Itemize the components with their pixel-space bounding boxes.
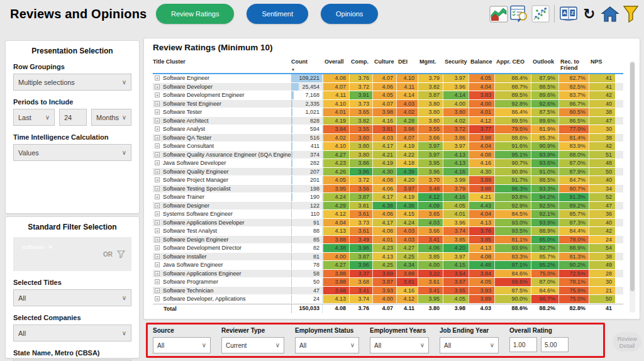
column-header-title[interactable]: Title Cluster [153,57,291,73]
table-row[interactable]: +Software QA Tester5164.023.604.034.073.… [153,134,623,143]
column-header-culture[interactable]: Culture [372,57,396,73]
expand-plus-icon[interactable]: + [155,101,160,106]
table-row[interactable]: +Software Programmer503.883.683.873.813.… [153,278,623,287]
table-row[interactable]: +Software Project Manager2014.053.724.08… [153,176,623,185]
expand-plus-icon[interactable]: + [155,160,160,165]
close-icon[interactable]: ✕ [48,244,53,250]
period-number-input[interactable]: 24 [59,109,87,126]
expand-plus-icon[interactable]: + [155,245,160,250]
table-row[interactable]: +Software Applications Developer914.043.… [153,219,623,228]
table-row[interactable]: +Software Quality Assurance Engineer (SQ… [153,151,623,160]
expand-plus-icon[interactable]: + [155,84,160,89]
expand-plus-icon[interactable]: + [155,75,160,81]
column-header-dei[interactable]: DEI [396,57,418,73]
table-row[interactable]: +Software Quality Engineer2074.263.964.3… [153,168,623,177]
count-cell: 50 [291,278,323,286]
table-row[interactable]: +Software Designer1224.293.814.384.384.0… [153,202,623,211]
column-header-overall[interactable]: Overall [323,57,349,73]
expand-plus-icon[interactable]: + [155,203,160,208]
scatter-plot-icon[interactable] [531,4,550,23]
table-row[interactable]: +Systems Software Engineer1104.123.614.0… [153,210,623,219]
expand-plus-icon[interactable]: + [155,118,160,123]
table-row[interactable]: +Software Testing Specialist1983.953.564… [153,185,623,194]
scrollbar-thumb[interactable] [630,62,635,291]
column-header-nps[interactable]: NPS [589,57,615,73]
home-icon[interactable] [601,4,619,23]
filter-funnel-outline-icon[interactable] [117,250,125,261]
column-header-outlook[interactable]: Outlook [531,57,558,73]
filter-field-select[interactable]: All∨ [440,337,499,353]
time-intel-select[interactable]: Values ∨ [13,144,131,161]
refresh-icon[interactable]: ↻ [580,4,599,23]
expand-plus-icon[interactable]: + [155,296,160,301]
expand-plus-icon[interactable]: + [155,194,160,199]
expand-plus-icon[interactable]: + [155,169,160,174]
nav-button-review-ratings[interactable]: Review Ratings [156,4,234,24]
expand-plus-icon[interactable]: + [155,186,160,191]
filter-field-select[interactable]: All∨ [370,337,429,353]
table-search-icon[interactable] [510,4,529,23]
rating-min-input[interactable] [509,337,537,352]
column-header-appr_ceo[interactable]: Appr. CEO [494,57,531,73]
table-row[interactable]: +Software Design Engineer853.883.494.014… [153,236,623,245]
expand-plus-icon[interactable]: + [155,143,160,148]
expand-plus-icon[interactable]: + [155,271,160,276]
table-row[interactable]: +Software Installer814.003.874.134.253.8… [153,253,623,262]
table-row[interactable]: +Software Development Engineer7,1684.113… [153,91,623,100]
table-row[interactable]: +Software Tester1,0214.013.653.984.023.8… [153,108,623,117]
expand-plus-icon[interactable]: + [155,92,160,97]
expand-plus-icon[interactable]: + [155,288,160,293]
table-row[interactable]: +Java Software Developer2824.233.864.194… [153,159,623,168]
column-header-label: Appr. CEO [496,58,525,65]
filter-field-select[interactable]: All∨ [295,337,359,353]
table-row[interactable]: +Java Software Engineer784.273.964.254.3… [153,261,623,270]
area-chart-icon[interactable] [489,4,508,23]
selected-companies-select[interactable]: All ∨ [13,325,131,342]
table-row[interactable]: +Software Test Engineer2,3354.103.734.07… [153,100,623,109]
expand-plus-icon[interactable]: + [155,220,160,225]
row-groupings-select[interactable]: Multiple selections ∨ [13,74,131,91]
count-cell: 109,221 [291,74,323,82]
expand-plus-icon[interactable]: + [155,279,160,284]
expand-plus-icon[interactable]: + [155,228,160,233]
table-row[interactable]: +Software Developer25,4544.073.724.064.1… [153,83,623,92]
table-row[interactable]: +Software Engineer109,2214.083.764.074.1… [153,74,623,83]
table-row[interactable]: +Software Trainer1904.243.874.174.194.12… [153,193,623,202]
selected-titles-select[interactable]: All ∨ [13,289,131,306]
table-row[interactable]: +Software Technician473.683.413.934.163.… [153,287,623,296]
expand-plus-icon[interactable]: + [155,237,160,242]
table-row[interactable]: +Software Analyst5943.843.553.813.983.55… [153,125,623,134]
expand-plus-icon[interactable]: + [155,254,160,259]
column-header-security[interactable]: Security [443,57,469,73]
table-row[interactable]: +Software Consultant4114.103.804.174.193… [153,142,623,151]
period-interval-select[interactable]: Last ∨ [13,109,55,126]
column-header-mgmt[interactable]: Mgmt. [418,57,443,73]
rating-max-input[interactable] [541,337,569,352]
column-header-count[interactable]: Count▼ [291,57,323,73]
table-row[interactable]: +Software Development Director824.383.96… [153,244,623,253]
filter-funnel-icon[interactable] [621,4,640,23]
filter-field-select[interactable]: Current∨ [221,337,284,353]
expand-plus-icon[interactable]: + [155,177,160,182]
expand-plus-icon[interactable]: + [155,262,160,267]
table-row[interactable]: +Software Test Analyst884.133.614.084.03… [153,227,623,236]
column-header-balance[interactable]: Balance [469,57,494,73]
nav-button-sentiment[interactable]: Sentiment [247,4,308,24]
table-row[interactable]: +Software Developer, Applications244.133… [153,295,623,304]
period-unit-select[interactable]: Months ∨ [91,109,131,126]
expand-plus-icon[interactable]: + [155,135,160,140]
column-header-rec_to_friend[interactable]: Rec. to Friend [558,57,589,73]
table-row[interactable]: +Software Architect8284.193.824.164.283.… [153,117,623,126]
table-scrollbar[interactable] [630,61,635,313]
nav-button-opinions[interactable]: Opinions [321,4,378,24]
expand-plus-icon[interactable]: + [155,152,160,157]
review-detail-button[interactable]: Review Detail [613,332,641,352]
keyword-chip[interactable]: software ✕ [18,242,57,252]
column-header-comp[interactable]: Comp. [349,57,372,73]
expand-plus-icon[interactable]: + [155,211,160,216]
table-row[interactable]: +Software Applications Engineer583.883.3… [153,270,623,279]
expand-plus-icon[interactable]: + [155,126,160,131]
az-book-icon[interactable]: A Z [559,4,578,23]
filter-field-select[interactable]: All∨ [153,337,211,353]
expand-plus-icon[interactable]: + [155,109,160,114]
